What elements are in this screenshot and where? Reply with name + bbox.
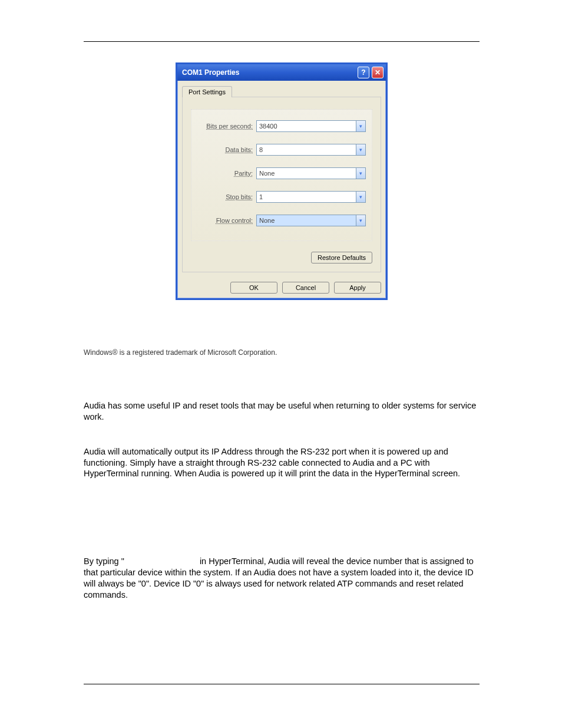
chevron-down-icon: ▾ — [356, 121, 365, 131]
bottom-rule — [84, 684, 480, 684]
chevron-down-icon: ▾ — [356, 168, 365, 179]
ok-button[interactable]: OK — [230, 282, 277, 294]
value-flow-control: None — [259, 217, 275, 224]
settings-group: Bits per second: 38400 ▾ Data bits: 8 ▾ — [191, 109, 372, 241]
label-flow-control: Flow control: — [197, 217, 256, 224]
chevron-down-icon: ▾ — [356, 144, 365, 155]
chevron-down-icon: ▾ — [356, 192, 365, 202]
select-flow-control[interactable]: None ▾ — [256, 215, 366, 226]
value-parity: None — [259, 170, 275, 177]
window-title: COM1 Properties — [182, 68, 355, 77]
body-text: Audia has some useful IP and reset tools… — [84, 400, 480, 601]
com1-properties-dialog: COM1 Properties ? ✕ Port Settings Bits p… — [176, 62, 388, 300]
paragraph-3: By typing " in HyperTerminal, Audia will… — [84, 556, 480, 600]
dialog-wrap: COM1 Properties ? ✕ Port Settings Bits p… — [84, 62, 480, 300]
tab-port-settings[interactable]: Port Settings — [182, 86, 232, 97]
trademark-text: Windows® is a registered trademark of Mi… — [84, 348, 480, 357]
titlebar: COM1 Properties ? ✕ — [177, 64, 386, 81]
paragraph-3a: By typing " — [84, 556, 124, 566]
chevron-down-icon: ▾ — [356, 215, 365, 226]
label-data-bits: Data bits: — [197, 146, 256, 153]
label-bits-per-second: Bits per second: — [197, 123, 256, 130]
row-stop-bits: Stop bits: 1 ▾ — [197, 191, 366, 203]
restore-row: Restore Defaults — [191, 252, 372, 263]
select-bits-per-second[interactable]: 38400 ▾ — [256, 120, 366, 132]
tab-strip: Port Settings — [177, 81, 386, 97]
row-flow-control: Flow control: None ▾ — [197, 215, 366, 226]
select-stop-bits[interactable]: 1 ▾ — [256, 191, 366, 203]
help-icon[interactable]: ? — [358, 67, 369, 78]
cancel-button[interactable]: Cancel — [282, 282, 329, 294]
value-stop-bits: 1 — [259, 193, 263, 200]
settings-panel: Bits per second: 38400 ▾ Data bits: 8 ▾ — [182, 97, 381, 272]
value-data-bits: 8 — [259, 146, 263, 153]
paragraph-3b: in HyperTerminal, Audia will reveal the … — [84, 556, 474, 599]
select-data-bits[interactable]: 8 ▾ — [256, 144, 366, 156]
page-frame: COM1 Properties ? ✕ Port Settings Bits p… — [84, 41, 480, 601]
row-data-bits: Data bits: 8 ▾ — [197, 144, 366, 156]
paragraph-2: Audia will automatically output its IP A… — [84, 446, 480, 480]
paragraph-1: Audia has some useful IP and reset tools… — [84, 400, 480, 423]
row-bits-per-second: Bits per second: 38400 ▾ — [197, 120, 366, 132]
row-parity: Parity: None ▾ — [197, 167, 366, 179]
restore-defaults-button[interactable]: Restore Defaults — [311, 252, 372, 263]
label-stop-bits: Stop bits: — [197, 193, 256, 200]
select-parity[interactable]: None ▾ — [256, 167, 366, 179]
close-icon[interactable]: ✕ — [372, 67, 384, 78]
apply-button[interactable]: Apply — [334, 282, 381, 294]
value-bits-per-second: 38400 — [259, 123, 277, 130]
label-parity: Parity: — [197, 170, 256, 177]
dialog-button-row: OK Cancel Apply — [177, 277, 386, 298]
